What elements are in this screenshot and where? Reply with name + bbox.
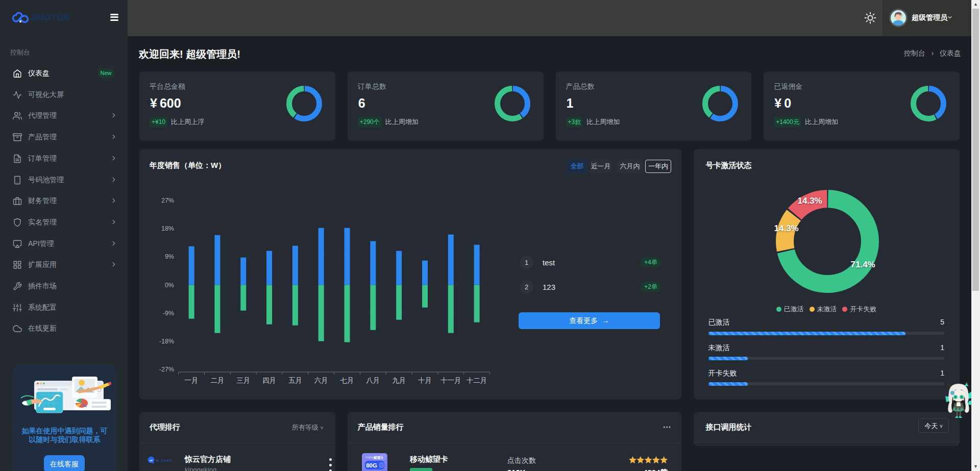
svg-text:W-CARP: W-CARP [156, 459, 173, 462]
svg-text:-9%: -9% [163, 310, 174, 317]
svg-text:二月: 二月 [210, 377, 224, 384]
svg-text:十一月: 十一月 [440, 377, 461, 384]
svg-text:9%: 9% [165, 253, 174, 260]
svg-text:三月: 三月 [236, 377, 250, 384]
svg-text:五月: 五月 [288, 377, 302, 384]
svg-text:四月: 四月 [262, 377, 276, 384]
svg-text:十二月: 十二月 [467, 377, 487, 384]
svg-text:0%: 0% [165, 282, 174, 289]
svg-text:七月: 七月 [340, 377, 354, 384]
svg-text:一月: 一月 [185, 377, 199, 384]
svg-text:八月: 八月 [366, 377, 380, 384]
svg-text:十月: 十月 [418, 377, 432, 384]
svg-text:-27%: -27% [159, 366, 174, 373]
svg-text:六月: 六月 [314, 377, 328, 384]
svg-text:-18%: -18% [159, 338, 174, 345]
svg-text:鲸望卡: 鲸望卡 [373, 456, 384, 460]
svg-text:九月: 九月 [392, 377, 406, 384]
svg-text:18%: 18% [161, 225, 174, 232]
svg-text:27%: 27% [161, 197, 174, 204]
svg-text:80G: 80G [366, 462, 377, 468]
